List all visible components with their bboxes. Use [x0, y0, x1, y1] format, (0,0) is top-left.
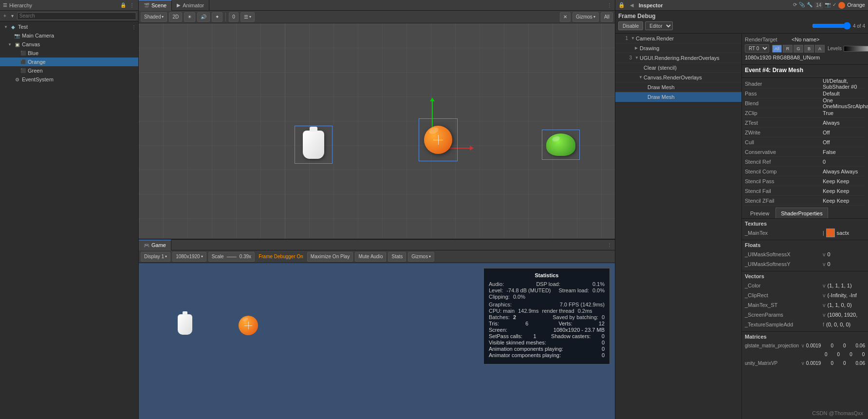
- light-btn[interactable]: ☀: [184, 12, 195, 22]
- tree-item-canvas[interactable]: ▼ ▣ Canvas: [0, 40, 138, 49]
- tree-item-main-camera[interactable]: 📷 Main Camera: [0, 31, 138, 40]
- arrow-canvas: ▼: [8, 42, 14, 47]
- animator-tab-label: Animator: [183, 2, 204, 8]
- scene-mode-btn[interactable]: 0: [229, 12, 239, 22]
- scene-layers-btn[interactable]: ☰: [240, 12, 255, 22]
- itree-drawing[interactable]: ▶ Drawing: [615, 43, 741, 53]
- game-more-icon[interactable]: ⋮: [604, 242, 615, 248]
- stats-graphics-header: Graphics: 7.0 FPS (142.9ms): [489, 302, 605, 307]
- level-row: Level: -74.8 dB (MUTED): [489, 287, 551, 293]
- fx-btn[interactable]: ✦: [212, 12, 222, 22]
- itree-ugui[interactable]: 3 ▼ UGUI.Rendering.RenderOverlays: [615, 53, 741, 63]
- test-more-icon[interactable]: ⋮: [131, 24, 136, 30]
- mat-g2-val1: 0: [825, 352, 828, 357]
- tab-game[interactable]: 🎮 Game: [139, 240, 171, 250]
- mute-audio-btn[interactable]: Mute Audio: [355, 252, 386, 262]
- tree-item-blue[interactable]: ⬛ Blue: [0, 49, 138, 57]
- hierarchy-add-btn[interactable]: +: [2, 13, 8, 19]
- rt-select[interactable]: RT 0: [745, 44, 769, 53]
- itree-clear-stencil[interactable]: Clear (stencil): [615, 63, 741, 73]
- close-btn[interactable]: ✕: [560, 12, 571, 22]
- stats-btn[interactable]: Stats: [388, 252, 406, 262]
- editor-select[interactable]: Editor: [645, 21, 673, 30]
- insp-icon1[interactable]: ⟳: [793, 2, 797, 9]
- toolbar-sep1: [225, 13, 226, 21]
- rt-row-1: RenderTarget <No name>: [745, 37, 865, 42]
- label-test: Test: [18, 24, 28, 30]
- tree-item-orange[interactable]: ⬛ Orange: [0, 57, 138, 66]
- tree-item-eventsystem[interactable]: ⚙ EventSystem: [0, 75, 138, 84]
- stats-graphics-section: Graphics: 7.0 FPS (142.9ms) CPU: main 14…: [489, 302, 605, 358]
- insp-icon2[interactable]: 📎: [799, 2, 805, 9]
- label-blue: Blue: [28, 50, 38, 56]
- tab-preview[interactable]: Preview: [745, 208, 775, 218]
- prop-label-pass: Pass: [745, 91, 823, 96]
- fd-range-slider[interactable]: [812, 22, 851, 30]
- visible-skinned-label: Visible skinned meshes:: [489, 340, 546, 345]
- tab-scene[interactable]: 🎬 Scene: [139, 0, 172, 11]
- scale-btn[interactable]: Scale —— 0.39x: [208, 252, 255, 262]
- display-btn[interactable]: Display 1: [141, 252, 170, 262]
- all-label-btn[interactable]: All: [601, 12, 613, 22]
- itree-canvas-render[interactable]: ▼ Canvas.RenderOverlays: [615, 73, 741, 82]
- lock-icon[interactable]: 🔒: [618, 2, 625, 8]
- ch-r-btn[interactable]: R: [783, 45, 793, 53]
- scene-viewport[interactable]: [139, 23, 615, 239]
- mat-vp-val4: 0.06: [856, 361, 865, 366]
- gizmos-btn[interactable]: Gizmos: [573, 12, 599, 22]
- prop-val-stencil-pass: Keep Keep: [823, 178, 865, 184]
- matrix-row-unity-vp: unity_MatrixVP v 0.0019 0 0 0.06: [745, 359, 865, 367]
- itree-draw-mesh-2[interactable]: Draw Mesh: [615, 92, 741, 102]
- itree-draw-mesh-1[interactable]: Draw Mesh: [615, 82, 741, 92]
- icon-blue: ⬛: [19, 50, 26, 57]
- shading-mode-btn[interactable]: Shaded: [141, 12, 167, 22]
- mat-vp-val3: 0: [843, 361, 846, 366]
- tab-shader-properties[interactable]: ShaderProperties: [776, 208, 828, 218]
- game-gizmos-btn[interactable]: Gizmos: [408, 252, 434, 262]
- insp-icon4[interactable]: 📷: [825, 2, 831, 9]
- scene-orange-obj[interactable]: [419, 118, 458, 161]
- icon-canvas: ▣: [14, 41, 20, 48]
- itree-label-canvas-render: Canvas.RenderOverlays: [644, 75, 702, 80]
- tree-item-test[interactable]: ▼ ◆ Test ⋮: [0, 22, 138, 31]
- hierarchy-lock-icon[interactable]: 🔒: [120, 2, 127, 9]
- stream-label: Stream load:: [558, 287, 589, 293]
- scene-green-obj[interactable]: [542, 130, 580, 160]
- ch-g-btn[interactable]: G: [794, 45, 803, 53]
- stats-audio-level: Level: -74.8 dB (MUTED) Stream load: 0.0…: [489, 287, 605, 293]
- clipping-value: 0.0%: [513, 294, 525, 300]
- ch-b-btn[interactable]: B: [804, 45, 814, 53]
- hierarchy-more-icon[interactable]: ⋮: [129, 2, 135, 9]
- visible-skinned-value: 0: [602, 340, 605, 345]
- game-gizmos-label: Gizmos: [411, 254, 428, 259]
- shadow-label: Shadow casters:: [551, 333, 591, 339]
- tab-animator[interactable]: ▶ Animator: [172, 0, 209, 11]
- insp-checkbox[interactable]: ✓: [832, 2, 836, 9]
- vec-row-texturesampleadd: _TextureSampleAdd f (0, 0, 0, 0): [745, 320, 865, 329]
- cpu-value: 142.9ms: [518, 308, 538, 314]
- orange-shape: [424, 126, 452, 154]
- vec-val-texturesampleadd: (0, 0, 0, 0): [826, 322, 850, 327]
- scene-bottle-obj[interactable]: [295, 126, 332, 164]
- disable-btn[interactable]: Disable: [618, 21, 643, 30]
- insp-icon3[interactable]: 🔧: [807, 2, 813, 9]
- scale-slider-icon: ——: [227, 254, 237, 259]
- ch-a-btn[interactable]: A: [815, 45, 825, 53]
- tree-item-green[interactable]: ⬛ Green: [0, 66, 138, 75]
- inspector-header: 🔒 ◀ Inspector ⟳ 📎 🔧 14 📷 ✓ Orange: [615, 0, 868, 11]
- vec-name-cliprect: _ClipRect: [745, 292, 823, 298]
- verts-value: 12: [599, 321, 605, 326]
- scene-more-icon[interactable]: ⋮: [604, 2, 615, 8]
- prop-label-stencil-fail: Stencil Fail: [745, 188, 823, 194]
- hierarchy-down-btn[interactable]: ▾: [10, 13, 15, 19]
- prop-label-stencil-zfail: Stencil ZFail: [745, 198, 823, 204]
- hierarchy-search-input[interactable]: [17, 12, 136, 20]
- game-viewport[interactable]: Statistics Audio: DSP load: 0.1% Level: …: [139, 263, 615, 419]
- resolution-btn[interactable]: 1080x1920: [172, 252, 206, 262]
- itree-camera-render[interactable]: 1 ▼ Camera.Render: [615, 34, 741, 43]
- ch-all-btn[interactable]: All: [772, 45, 782, 53]
- audio-btn[interactable]: 🔊: [197, 12, 210, 22]
- 2d-btn[interactable]: 2D: [169, 12, 182, 22]
- arrow-test: ▼: [4, 25, 10, 29]
- maximize-on-play-btn[interactable]: Maximize On Play: [307, 252, 353, 262]
